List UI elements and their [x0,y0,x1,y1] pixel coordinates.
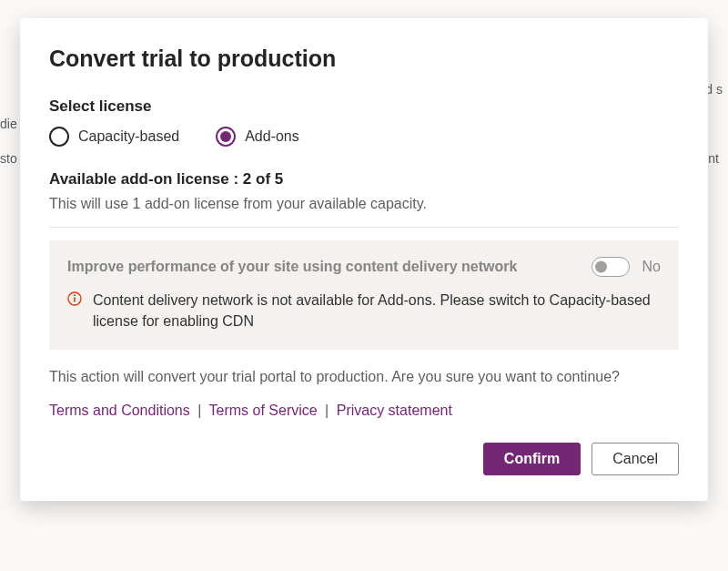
confirm-button[interactable]: Confirm [483,443,581,475]
dialog-title: Convert trial to production [49,46,679,72]
info-icon [67,291,82,306]
usage-description: This will use 1 add-on license from your… [49,196,679,212]
legal-links: Terms and Conditions | Terms of Service … [49,403,679,419]
radio-unchecked-icon [49,127,69,147]
available-license-count: Available add-on license : 2 of 5 [49,170,679,189]
radio-capacity-label: Capacity-based [78,128,179,145]
radio-addons[interactable]: Add-ons [216,127,299,147]
radio-addons-label: Add-ons [245,128,299,145]
select-license-label: Select license [49,97,679,116]
radio-checked-icon [216,127,236,147]
cdn-toggle[interactable] [592,257,630,277]
svg-rect-1 [74,298,76,302]
privacy-statement-link[interactable]: Privacy statement [337,403,452,418]
toggle-knob-icon [595,261,607,273]
link-separator: | [197,403,201,418]
cdn-heading: Improve performance of your site using c… [67,259,579,275]
cancel-button[interactable]: Cancel [592,443,679,475]
cdn-info-text: Content delivery network is not availabl… [93,290,661,331]
confirm-warning-text: This action will convert your trial port… [49,366,679,388]
convert-trial-dialog: Convert trial to production Select licen… [20,18,708,501]
link-separator: | [325,403,329,418]
license-radio-group: Capacity-based Add-ons [49,127,679,147]
cdn-panel: Improve performance of your site using c… [49,240,679,350]
radio-capacity-based[interactable]: Capacity-based [49,127,179,147]
svg-point-2 [74,294,76,296]
cdn-toggle-state: No [642,259,661,275]
dialog-footer: Confirm Cancel [49,443,679,475]
terms-of-service-link[interactable]: Terms of Service [209,403,318,418]
terms-and-conditions-link[interactable]: Terms and Conditions [49,403,190,418]
divider [49,227,679,228]
